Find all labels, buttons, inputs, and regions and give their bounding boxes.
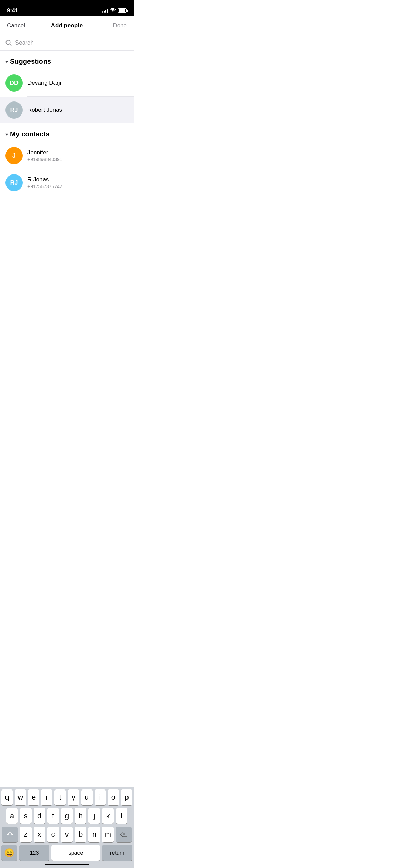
- contact-info-rjonas: R Jonas +917567375742: [27, 176, 128, 189]
- my-contacts-chevron-icon: ▾: [5, 132, 8, 137]
- search-icon: [5, 40, 12, 46]
- suggestions-title: Suggestions: [10, 58, 51, 65]
- nav-bar: Cancel Add people Done: [0, 16, 134, 35]
- contact-info-dd: Devang Darji: [27, 80, 128, 86]
- contact-phone-rjonas: +917567375742: [27, 184, 128, 189]
- search-input[interactable]: [15, 39, 128, 46]
- my-contacts-header: ▾ My contacts: [0, 123, 134, 142]
- status-time: 9:41: [7, 7, 18, 14]
- contact-phone-jennifer: +919898840391: [27, 157, 128, 162]
- done-button[interactable]: Done: [103, 22, 127, 29]
- avatar-dd: DD: [5, 74, 23, 92]
- my-contacts-section: ▾ My contacts J Jennifer +919898840391 R…: [0, 123, 134, 196]
- contact-name-jennifer: Jennifer: [27, 149, 128, 156]
- contact-item-dd[interactable]: DD Devang Darji: [0, 70, 134, 96]
- contact-item-rj[interactable]: RJ Robert Jonas: [0, 97, 134, 123]
- status-bar: 9:41: [0, 0, 134, 16]
- signal-icon: [102, 9, 108, 13]
- my-contacts-title: My contacts: [10, 130, 50, 138]
- contact-name-dd: Devang Darji: [27, 80, 128, 86]
- page-title: Add people: [31, 22, 103, 29]
- search-bar: [0, 35, 134, 51]
- avatar-rj: RJ: [5, 101, 23, 119]
- svg-line-1: [10, 44, 11, 46]
- contact-info-jennifer: Jennifer +919898840391: [27, 149, 128, 162]
- contact-info-rj: Robert Jonas: [27, 107, 128, 113]
- status-icons: [102, 8, 127, 13]
- suggestions-section: ▾ Suggestions DD Devang Darji RJ Robert …: [0, 51, 134, 123]
- contact-item-jennifer[interactable]: J Jennifer +919898840391: [0, 142, 134, 169]
- contact-name-rj: Robert Jonas: [27, 107, 128, 113]
- cancel-button[interactable]: Cancel: [7, 22, 31, 29]
- avatar-jennifer: J: [5, 147, 23, 164]
- avatar-rjonas: RJ: [5, 174, 23, 191]
- suggestions-header: ▾ Suggestions: [0, 51, 134, 70]
- suggestions-chevron-icon: ▾: [5, 59, 8, 64]
- battery-icon: [118, 8, 127, 13]
- contact-name-rjonas: R Jonas: [27, 176, 128, 183]
- wifi-icon: [110, 8, 116, 13]
- contact-item-rjonas[interactable]: RJ R Jonas +917567375742: [0, 169, 134, 196]
